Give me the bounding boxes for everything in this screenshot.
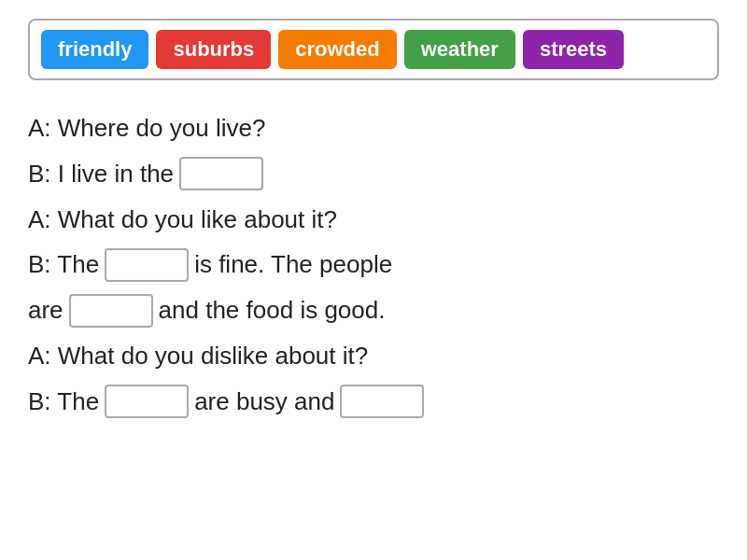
dialogue-line-6: A: What do you dislike about it? — [28, 334, 719, 378]
chip-weather[interactable]: weather — [404, 30, 515, 69]
dialogue-line-2: B: I live in the — [28, 152, 719, 196]
dialogue-line-4: B: The is fine. The people — [28, 243, 719, 287]
line6-text: A: What do you dislike about it? — [28, 334, 368, 378]
dialogue-line-1: A: Where do you live? — [28, 106, 719, 150]
main-container: friendly suburbs crowded weather streets… — [0, 0, 747, 444]
line2a-text: B: I live in the — [28, 152, 174, 196]
line4a-text: B: The — [28, 243, 99, 287]
chip-suburbs[interactable]: suburbs — [156, 30, 271, 69]
blank-crowded[interactable] — [340, 385, 424, 418]
blank-weather[interactable] — [105, 248, 189, 282]
dialogue-line-7: B: The are busy and — [28, 380, 719, 424]
line4b-text: is fine. The people — [194, 243, 392, 287]
line1-text: A: Where do you live? — [28, 106, 265, 150]
line7b-text: are busy and — [194, 380, 334, 424]
blank-suburbs[interactable] — [179, 157, 263, 190]
line5a-text: are — [28, 288, 63, 332]
chip-streets[interactable]: streets — [523, 30, 624, 69]
blank-friendly[interactable] — [69, 294, 153, 328]
blank-streets[interactable] — [105, 385, 189, 418]
line3-text: A: What do you like about it? — [28, 198, 337, 242]
word-bank: friendly suburbs crowded weather streets — [28, 19, 719, 80]
line7a-text: B: The — [28, 380, 99, 424]
line5b-text: and the food is good. — [159, 288, 386, 332]
dialogue-line-5: are and the food is good. — [28, 288, 719, 332]
chip-crowded[interactable]: crowded — [278, 30, 396, 69]
dialogue-line-3: A: What do you like about it? — [28, 198, 719, 242]
dialogue: A: Where do you live? B: I live in the A… — [28, 106, 719, 424]
chip-friendly[interactable]: friendly — [41, 30, 148, 69]
